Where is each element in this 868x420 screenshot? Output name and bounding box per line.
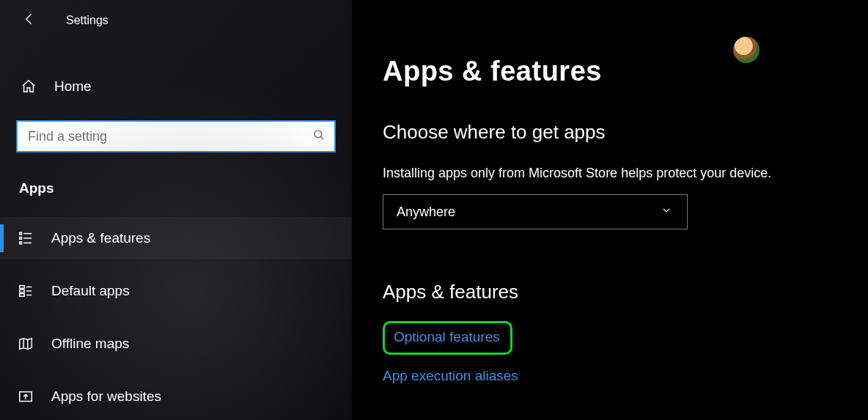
optional-features-highlight: Optional features	[383, 321, 512, 355]
svg-rect-8	[20, 286, 24, 289]
search-input[interactable]	[28, 129, 312, 144]
sidebar-home-label: Home	[54, 78, 92, 95]
sidebar-home[interactable]: Home	[0, 66, 352, 107]
sidebar-item-label: Offline maps	[51, 336, 129, 352]
svg-rect-7	[20, 242, 22, 244]
optional-features-link[interactable]: Optional features	[394, 329, 500, 345]
svg-rect-6	[20, 237, 22, 240]
svg-rect-10	[20, 294, 24, 297]
choose-apps-help-text: Installing apps only from Microsoft Stor…	[383, 166, 868, 181]
window-title: Settings	[66, 14, 108, 27]
search-icon	[312, 128, 326, 144]
sidebar-item-label: Apps for websites	[51, 388, 161, 405]
search-container	[16, 120, 336, 152]
apps-features-heading: Apps & features	[383, 281, 868, 303]
sidebar-header: Settings	[0, 0, 352, 41]
sidebar-item-apps-features[interactable]: Apps & features	[0, 217, 352, 259]
sidebar-item-label: Default apps	[51, 283, 130, 299]
sidebar-nav: Apps & features Default apps Offline map…	[0, 217, 352, 418]
home-icon	[21, 78, 37, 95]
user-avatar-icon	[733, 37, 760, 63]
list-icon	[16, 229, 35, 248]
dropdown-value: Anywhere	[397, 205, 455, 220]
svg-line-1	[320, 136, 323, 139]
map-icon	[16, 334, 35, 353]
settings-sidebar: Settings Home Apps Apps & features	[0, 0, 352, 420]
search-box[interactable]	[16, 120, 336, 152]
sidebar-item-offline-maps[interactable]: Offline maps	[0, 323, 352, 365]
back-arrow-icon	[22, 12, 37, 29]
sidebar-item-label: Apps & features	[51, 230, 150, 246]
active-indicator	[0, 224, 4, 252]
choose-apps-heading: Choose where to get apps	[383, 121, 868, 144]
sidebar-item-default-apps[interactable]: Default apps	[0, 270, 352, 312]
svg-rect-9	[20, 290, 24, 292]
sidebar-item-apps-for-websites[interactable]: Apps for websites	[0, 375, 352, 418]
chevron-down-icon	[661, 205, 672, 219]
app-source-dropdown[interactable]: Anywhere	[383, 194, 688, 229]
svg-point-0	[315, 130, 322, 138]
default-apps-icon	[16, 281, 35, 301]
page-title: Apps & features	[383, 56, 868, 87]
back-button[interactable]	[21, 12, 38, 29]
main-content: Apps & features Choose where to get apps…	[352, 0, 868, 420]
app-execution-aliases-link[interactable]: App execution aliases	[383, 368, 518, 384]
svg-rect-5	[20, 232, 22, 235]
open-in-app-icon	[16, 387, 35, 406]
sidebar-section-label: Apps	[0, 180, 352, 196]
